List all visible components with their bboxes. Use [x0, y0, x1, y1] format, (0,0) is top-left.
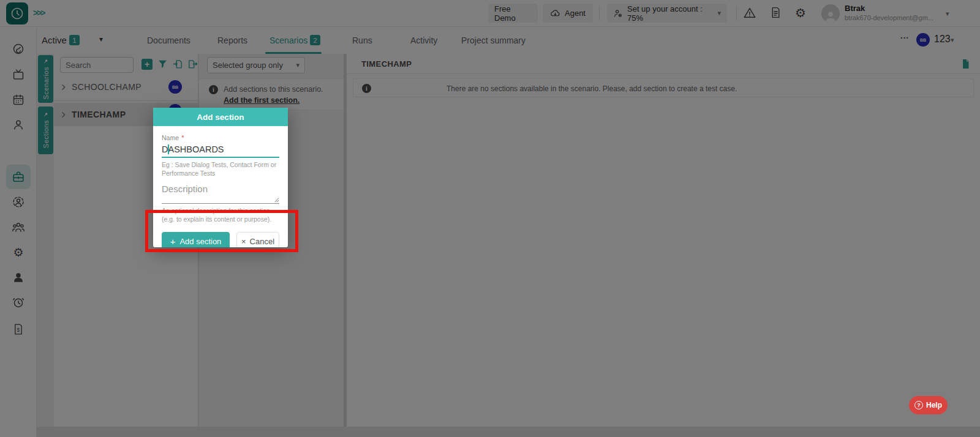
name-field-underline	[162, 157, 279, 158]
app-root: >>> Free Demo Agent Set up your account …	[0, 0, 980, 437]
description-underline	[162, 203, 279, 204]
question-mark-icon: ?	[914, 401, 923, 409]
red-annotation-rectangle	[145, 210, 298, 252]
modal-title: Add section	[153, 108, 288, 126]
help-label: Help	[926, 401, 942, 409]
section-name-input[interactable]	[162, 144, 279, 155]
required-asterisk: *	[181, 134, 184, 141]
name-field-hint: Eg : Save Dialog Tests, Contact Form or …	[162, 161, 279, 177]
text-cursor	[168, 144, 169, 154]
help-button[interactable]: ? Help	[909, 396, 948, 414]
section-description-input[interactable]	[162, 184, 279, 196]
resize-handle-icon[interactable]	[273, 196, 279, 203]
name-field-label: Name *	[162, 132, 279, 143]
